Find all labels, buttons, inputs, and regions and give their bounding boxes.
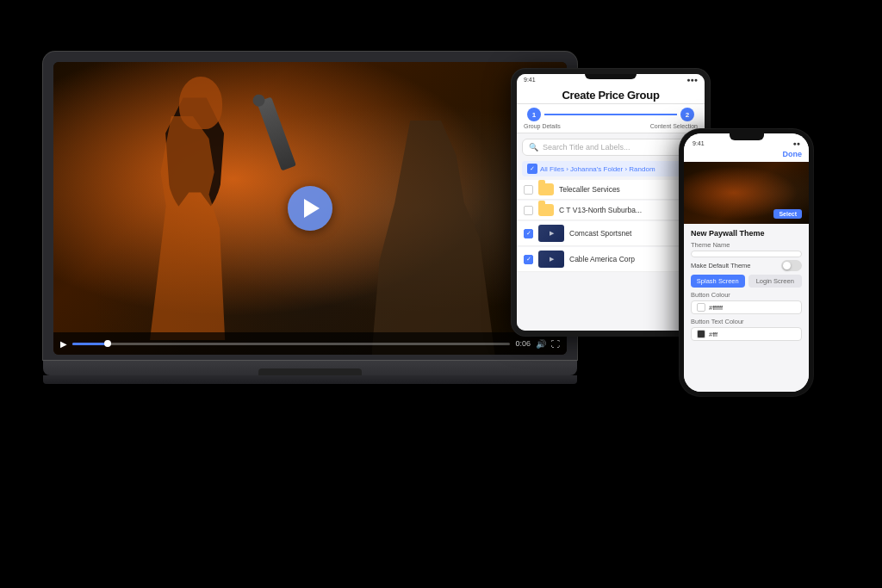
done-button[interactable]: Done [783,150,803,158]
tablet-screen: 9:41 ●●● Create Price Group 1 2 Group De… [517,74,705,331]
volume-icon[interactable]: 🔊 [536,339,546,349]
laptop-camera-notch [258,368,362,375]
file-name-2: C T V13-North Suburba... [559,206,698,214]
phone-device: 9:41 ●● Done Select New Paywall Theme Th… [680,129,813,396]
button-color-box [697,303,705,312]
phone-screen: 9:41 ●● Done Select New Paywall Theme Th… [684,133,809,392]
guitarist-figure [372,121,526,355]
create-price-group-title: Create Price Group [524,89,698,102]
play-icon [304,199,320,218]
default-theme-toggle[interactable] [781,260,802,271]
video-thumb-3 [538,225,564,242]
file-item-1[interactable]: Telecaller Services [517,180,705,200]
tablet-camera [585,74,637,79]
folder-icon-1 [538,183,554,195]
progress-bar[interactable] [72,343,510,345]
button-text-color-label: Button Text Colour [691,318,802,325]
theme-name-input[interactable] [691,251,802,257]
time-display: 0:06 [515,339,531,348]
laptop-stand [43,375,577,384]
file-checkbox-4[interactable] [524,255,533,264]
main-scene: ▶ 0:06 🔊 ⛶ 9:41 ●●● [0,0,882,588]
default-theme-label: Make Default Theme [691,262,750,269]
default-theme-toggle-row: Make Default Theme [691,260,802,271]
file-name-4: Cable America Corp [569,255,698,263]
button-text-color-swatch[interactable]: #fff [691,327,802,341]
button-color-swatch[interactable]: #ffffff [691,300,802,314]
phone-time: 9:41 [693,140,705,146]
search-bar[interactable]: 🔍 Search Title and Labels... [522,139,699,156]
splash-screen-tab[interactable]: Splash Screen [691,275,745,288]
tablet-signal: ●●● [686,77,698,83]
file-name-3: Comcast Sportsnet [569,229,698,238]
file-checkbox-1[interactable] [524,185,533,195]
new-paywall-theme-heading: New Paywall Theme [691,229,802,238]
play-button[interactable] [288,186,332,231]
step1-label: Group Details [524,123,561,129]
fullscreen-icon[interactable]: ⛶ [551,339,560,349]
progress-dot [104,340,111,347]
file-checkbox-3[interactable] [524,229,533,238]
progress-fill [72,343,108,345]
laptop-base [43,360,577,375]
concert-video-bg [53,62,567,355]
login-screen-tab[interactable]: Login Screen [748,275,803,288]
theme-name-label: Theme Name [691,241,802,249]
breadcrumb-check-icon [527,164,537,174]
tablet-body: 🔍 Search Title and Labels... All Files ›… [517,133,705,331]
video-controls-bar: ▶ 0:06 🔊 ⛶ [53,332,567,355]
toggle-knob [783,262,791,269]
folder-icon-2 [538,204,554,216]
stepper-connector [544,114,677,115]
button-text-color-box [697,330,705,338]
step2-label: Content Selection [650,123,698,129]
stepper-row: 1 2 [517,104,705,123]
laptop-screen: ▶ 0:06 🔊 ⛶ [53,62,567,355]
search-placeholder: Search Title and Labels... [543,143,630,152]
singer-body [150,116,258,340]
stepper-step1: 1 [527,108,541,121]
file-checkbox-2[interactable] [524,206,533,215]
file-name-1: Telecaller Services [559,185,698,194]
tablet-time: 9:41 [524,77,536,83]
file-list: Telecaller Services C T V13-North Suburb… [517,180,705,272]
button-text-color-value: #fff [709,331,717,338]
stepper-step2: 2 [680,108,694,121]
file-item-3[interactable]: Comcast Sportsnet [517,221,705,246]
phone-top-actions: Done [684,148,809,162]
phone-notch [730,133,764,140]
laptop-device: ▶ 0:06 🔊 ⛶ [43,52,577,384]
video-thumb-4 [538,251,564,268]
button-color-value: #ffffff [709,304,723,312]
screen-type-tabs: Splash Screen Login Screen [691,275,802,288]
file-item-2[interactable]: C T V13-North Suburba... [517,201,705,220]
breadcrumb-text: All Files › Johanna's Folder › Random [540,165,655,173]
phone-image-preview: Select [684,162,809,224]
search-icon: 🔍 [529,143,538,152]
file-item-4[interactable]: Cable America Corp [517,247,705,272]
stepper-labels: Group Details Content Selection [517,123,705,133]
breadcrumb-row: All Files › Johanna's Folder › Random [522,161,699,176]
phone-form-content: New Paywall Theme Theme Name Make Defaul… [684,224,809,392]
phone-signal: ●● [793,140,800,146]
tablet-header: Create Price Group [517,85,705,104]
singer-head [179,77,222,129]
laptop-screen-outer: ▶ 0:06 🔊 ⛶ [43,52,577,360]
button-color-label: Button Colour [691,291,802,299]
select-button[interactable]: Select [773,209,802,219]
play-pause-button[interactable]: ▶ [60,339,67,349]
